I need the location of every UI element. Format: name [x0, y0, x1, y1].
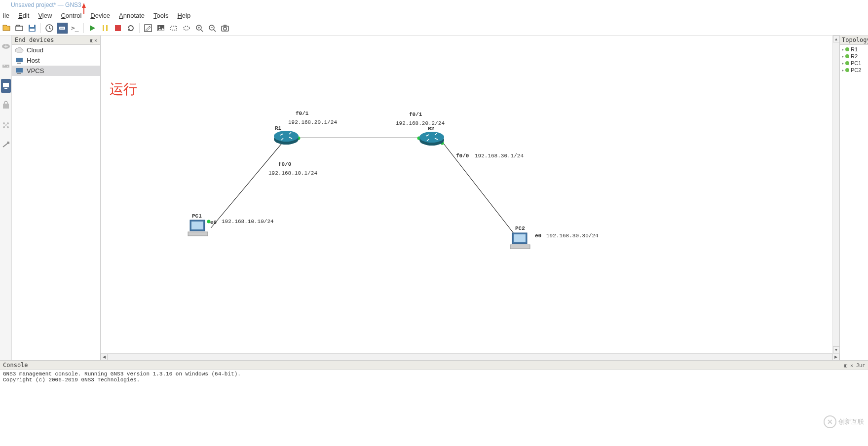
- snapshot-button[interactable]: [44, 23, 55, 34]
- add-link-button[interactable]: [1, 138, 11, 152]
- topology-title: Topology: [840, 36, 868, 45]
- menu-device[interactable]: Device: [88, 11, 112, 20]
- svg-rect-42: [191, 222, 203, 229]
- open-project-button[interactable]: [14, 23, 25, 34]
- browse-security-button[interactable]: [1, 99, 11, 112]
- node-r2[interactable]: [419, 130, 445, 146]
- show-interface-labels-button[interactable]: [57, 23, 68, 34]
- link-r1-pc1[interactable]: [211, 139, 286, 228]
- start-all-button[interactable]: [87, 23, 98, 34]
- scroll-up-icon[interactable]: ▲: [833, 36, 840, 42]
- draw-ellipse-button[interactable]: [181, 23, 192, 34]
- device-item-cloud[interactable]: Cloud: [12, 45, 100, 55]
- topology-canvas[interactable]: 运行 R1 f0/1 192.168.20.1/24 f0/0 192.168.…: [101, 36, 832, 353]
- topo-label: R2: [851, 53, 858, 59]
- topology-item-r1[interactable]: ▸R1: [840, 46, 868, 53]
- svg-point-23: [224, 27, 226, 30]
- ip-label: 192.168.10.1/24: [268, 170, 317, 176]
- browse-routers-button[interactable]: [1, 39, 11, 53]
- status-dot-icon: [845, 54, 849, 58]
- svg-rect-8: [106, 25, 108, 31]
- menu-bar: ile Edit View Control Device Annotate To…: [0, 10, 868, 21]
- browse-switches-button[interactable]: [1, 59, 11, 73]
- ip-label: 192.168.10.10/24: [222, 219, 274, 224]
- zoom-in-button[interactable]: [194, 23, 205, 34]
- device-item-vpcs[interactable]: VPCS: [12, 66, 100, 76]
- node-label-r1: R1: [275, 125, 281, 131]
- new-project-button[interactable]: [1, 23, 12, 34]
- canvas-vertical-scrollbar[interactable]: ▲ ▼: [832, 36, 839, 353]
- chevron-right-icon: ▸: [842, 47, 844, 52]
- menu-tools[interactable]: Tools: [151, 11, 170, 20]
- menu-annotate[interactable]: Annotate: [117, 11, 147, 20]
- node-pc1[interactable]: [187, 218, 209, 238]
- stop-all-button[interactable]: [113, 23, 123, 34]
- watermark-text: 创新互联: [838, 417, 864, 426]
- save-project-button[interactable]: [27, 23, 38, 34]
- scroll-down-icon[interactable]: ▼: [833, 346, 840, 353]
- svg-rect-46: [510, 245, 530, 249]
- insert-image-button[interactable]: [155, 23, 166, 34]
- menu-view[interactable]: View: [36, 11, 54, 20]
- console-header: Console ◧ ✕ Jur: [0, 361, 868, 370]
- browse-all-devices-button[interactable]: [1, 118, 11, 132]
- pause-all-button[interactable]: [100, 23, 111, 34]
- close-icon[interactable]: ✕: [94, 37, 97, 43]
- svg-rect-13: [171, 26, 177, 30]
- svg-rect-9: [115, 25, 121, 31]
- console-output[interactable]: GNS3 management console. Running GNS3 ve…: [0, 370, 868, 389]
- node-r1[interactable]: [273, 129, 299, 145]
- device-label: Cloud: [27, 46, 43, 54]
- status-dot-icon: [845, 47, 849, 51]
- topology-item-r2[interactable]: ▸R2: [840, 53, 868, 60]
- link-r1-r2[interactable]: [298, 138, 421, 138]
- browse-end-devices-button[interactable]: [1, 79, 11, 93]
- ip-label: 192.168.30.30/24: [546, 233, 599, 239]
- main-toolbar: >_: [0, 21, 868, 36]
- scroll-right-icon[interactable]: ▶: [832, 354, 839, 361]
- svg-point-40: [419, 132, 444, 143]
- main-area: End devices ◧ ✕ Cloud Host VPCS: [0, 36, 868, 360]
- end-devices-panel: End devices ◧ ✕ Cloud Host VPCS: [12, 36, 101, 360]
- topo-label: PC1: [851, 60, 861, 66]
- screenshot-button[interactable]: [220, 23, 230, 34]
- topology-item-pc2[interactable]: ▸PC2: [840, 67, 868, 74]
- menu-help[interactable]: Help: [175, 11, 192, 20]
- ip-label: 192.168.20.2/24: [396, 120, 445, 126]
- close-icon[interactable]: ✕: [850, 363, 853, 368]
- console-panel: Console ◧ ✕ Jur GNS3 management console.…: [0, 360, 868, 389]
- svg-point-14: [184, 26, 189, 30]
- status-dot-icon: [845, 68, 849, 72]
- undock-icon[interactable]: ◧: [844, 363, 847, 368]
- topology-item-pc1[interactable]: ▸PC1: [840, 60, 868, 67]
- device-label: VPCS: [27, 67, 44, 74]
- reload-all-button[interactable]: [125, 23, 136, 34]
- chevron-right-icon: ▸: [842, 68, 844, 73]
- menu-edit[interactable]: Edit: [16, 11, 31, 20]
- toolbar-separator: [40, 23, 41, 33]
- svg-point-12: [159, 26, 160, 28]
- console-button[interactable]: >_: [70, 23, 80, 34]
- canvas-horizontal-scrollbar[interactable]: ◀ ▶: [101, 353, 839, 360]
- node-pc2[interactable]: [509, 231, 531, 251]
- interface-label: e0: [210, 220, 217, 225]
- console-title: Console: [3, 362, 28, 369]
- chevron-right-icon: ▸: [842, 54, 844, 59]
- zoom-out-button[interactable]: [207, 23, 218, 34]
- toolbar-separator: [139, 23, 140, 33]
- svg-rect-26: [3, 83, 9, 87]
- menu-file[interactable]: ile: [1, 11, 11, 20]
- scroll-left-icon[interactable]: ◀: [101, 354, 108, 361]
- svg-rect-1: [30, 25, 34, 27]
- device-item-host[interactable]: Host: [12, 55, 100, 66]
- topology-list: ▸R1 ▸R2 ▸PC1 ▸PC2: [840, 45, 868, 74]
- ip-label: 192.168.30.1/24: [475, 153, 524, 159]
- chevron-right-icon: ▸: [842, 61, 844, 66]
- svg-point-38: [274, 131, 299, 142]
- end-devices-title: End devices: [15, 37, 54, 43]
- annotation-note-button[interactable]: [143, 23, 153, 34]
- window-title: Unsaved project* — GNS3: [11, 1, 81, 8]
- canvas-area[interactable]: 运行 R1 f0/1 192.168.20.1/24 f0/0 192.168.…: [101, 36, 839, 360]
- draw-rectangle-button[interactable]: [168, 23, 179, 34]
- undock-icon[interactable]: ◧: [90, 37, 93, 43]
